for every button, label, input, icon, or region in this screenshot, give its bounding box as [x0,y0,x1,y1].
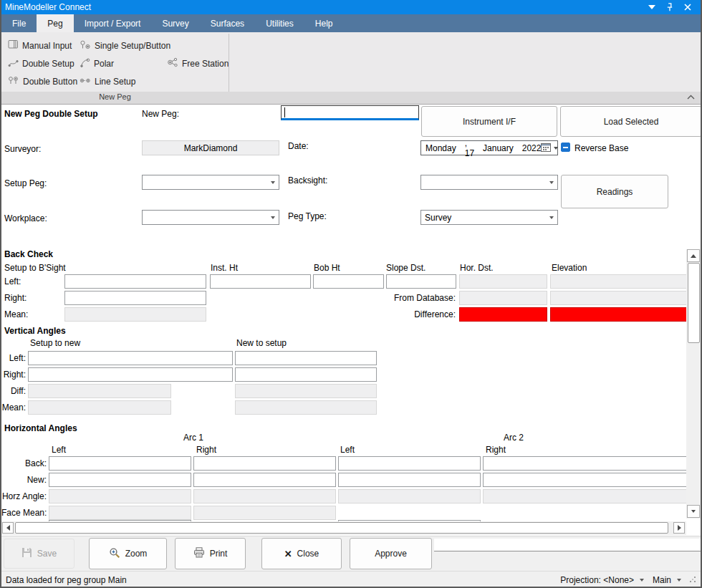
ribbon-button-label: Free Station [182,59,229,69]
ribbon-button-double-setup[interactable]: Double Setup [6,56,77,71]
vertical-scrollbar-thumb[interactable] [688,263,700,343]
tab-import-export[interactable]: Import / Export [74,14,152,32]
va-right-new-to-setup-input[interactable] [235,367,377,382]
back-check-title: Back Check [4,249,53,259]
back-check-left-inst-ht-input[interactable] [210,274,311,289]
chevron-up-icon[interactable] [687,92,695,102]
peg-type-combo[interactable]: Survey [420,210,558,225]
new-peg-input[interactable] [281,105,419,120]
back-check-col-header: Hor. Dst. [460,263,494,273]
chevron-down-icon[interactable] [271,216,275,219]
vertical-angles-row-label: Diff: [1,386,26,396]
footer-bar: Save Zoom Print ✕ Close Approve [1,536,701,571]
arc-icon [80,58,90,69]
instrument-if-button[interactable]: Instrument I/F [421,106,557,137]
triangle-left-icon [6,525,10,531]
ha-back-arc1-left-input[interactable] [49,456,191,471]
ribbon-button-polar[interactable]: Polar [77,56,116,71]
calendar-icon[interactable] [541,143,551,154]
back-check-left-slope-dst-input[interactable] [386,274,456,289]
va-left-setup-to-new-input[interactable] [28,351,233,365]
setup-peg-label: Setup Peg: [4,178,47,188]
peg-group-selector[interactable]: Main [653,575,671,585]
back-check-right-setup-input[interactable] [64,291,206,305]
scroll-left-button[interactable] [2,522,14,534]
chevron-down-icon[interactable] [640,579,644,582]
pin-icon[interactable] [666,3,673,11]
ha-col-header: Left [340,445,355,455]
ha-col-header: Left [52,445,66,455]
workplace-combo[interactable] [142,210,279,225]
ha-horz-angle-field [49,489,191,503]
ribbon-button-single-setup[interactable]: Single Setup/Button [77,38,173,53]
readings-button[interactable]: Readings [561,175,668,208]
vertical-angles-row-label: Mean: [1,403,26,413]
tab-utilities[interactable]: Utilities [255,14,304,32]
print-button[interactable]: Print [175,538,246,569]
tab-peg[interactable]: Peg [37,14,73,32]
reverse-base-checkbox[interactable] [561,143,570,152]
double-pin-icon [8,76,19,87]
new-peg-label: New Peg: [142,109,179,119]
tab-survey[interactable]: Survey [151,14,199,32]
title-bar: MineModeller Connect [1,0,701,14]
date-daynum[interactable]: , 17 [465,138,474,158]
back-check-left-bob-ht-input[interactable] [313,274,384,289]
tab-help[interactable]: Help [304,14,344,32]
date-year[interactable]: 2022 [522,143,542,153]
chevron-down-icon[interactable] [549,181,554,184]
date-picker[interactable]: Monday , 17 January 2022 [420,140,558,155]
tab-file[interactable]: File [1,14,37,32]
scroll-down-button[interactable] [687,505,700,518]
date-day[interactable]: Monday [425,143,456,153]
menu-bar: File Peg Import / Export Survey Surfaces… [1,14,701,32]
combo-value: Survey [425,213,451,223]
va-diff-new-to-setup-field [235,384,377,398]
ha-new-arc1-left-input[interactable] [49,473,191,487]
form-icon [8,39,19,52]
ribbon-button-line-setup[interactable]: Line Setup [77,74,138,89]
backsight-combo[interactable] [420,175,558,190]
approve-button[interactable]: Approve [350,538,432,569]
scroll-up-button[interactable] [687,249,700,262]
ha-back-arc2-right-input[interactable] [483,456,688,471]
date-month[interactable]: January [483,143,514,153]
projection-selector[interactable]: Projection: <None> [560,575,634,585]
va-left-new-to-setup-input[interactable] [235,351,377,365]
ribbon-button-label: Line Setup [95,77,135,87]
back-check-first-col-header: Setup to B'Sight [4,263,66,273]
triangle-up-icon [691,254,696,258]
ribbon-button-free-station[interactable]: Free Station [165,56,231,71]
date-dropdown-icon[interactable] [554,147,558,150]
ha-back-arc2-left-input[interactable] [338,456,481,471]
load-selected-button[interactable]: Load Selected [560,106,701,137]
chevron-down-icon[interactable] [271,181,275,184]
save-button[interactable]: Save [4,539,74,569]
ribbon-button-manual-input[interactable]: Manual Input [6,38,74,53]
horizontal-scrollbar-thumb[interactable] [15,522,668,534]
back-check-left-setup-input[interactable] [64,274,206,289]
status-bar: Data loaded for peg group Main Projectio… [1,571,701,588]
ha-new-arc2-right-input[interactable] [483,473,688,487]
setup-peg-combo[interactable] [142,175,279,190]
close-icon[interactable] [684,4,691,11]
resize-grip-icon[interactable] [690,575,696,585]
ha-new-arc2-left-input[interactable] [338,473,481,487]
ha-row-label: Horz Angle: [1,491,47,501]
ha-new-arc1-right-input[interactable] [193,473,336,487]
triangle-down-icon [691,510,696,513]
chevron-down-icon[interactable] [648,5,655,9]
tab-surfaces[interactable]: Surfaces [200,14,255,32]
va-right-setup-to-new-input[interactable] [28,367,233,382]
scroll-right-button[interactable] [673,522,685,534]
window-title: MineModeller Connect [5,2,91,12]
close-button[interactable]: ✕ Close [261,538,342,569]
horizontal-angles-title: Horizontal Angles [4,423,77,433]
chevron-down-icon[interactable] [677,579,681,582]
ribbon-button-double-button[interactable]: Double Button [6,74,80,89]
chevron-down-icon[interactable] [549,216,554,219]
zoom-button[interactable]: Zoom [89,538,167,569]
ha-back-arc1-right-input[interactable] [193,456,336,471]
ha-horz-angle-field [338,489,481,503]
arc-header: Arc 2 [442,433,585,443]
